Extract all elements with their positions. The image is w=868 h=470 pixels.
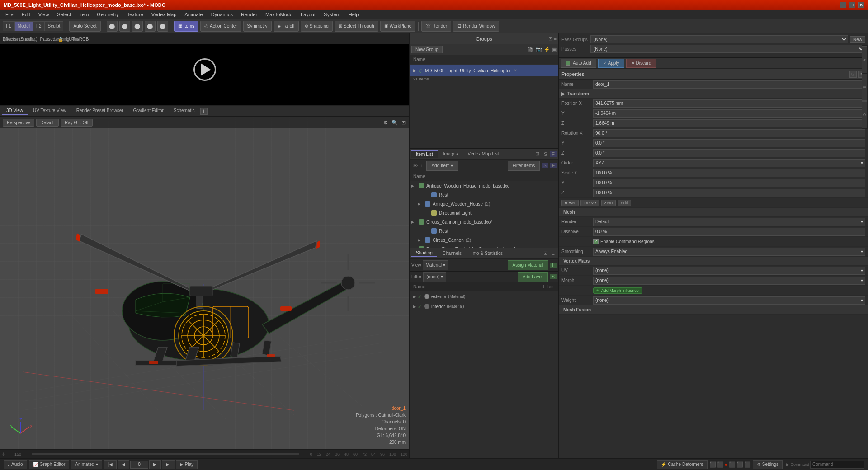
status-icon-3[interactable]: ⬛	[729, 461, 736, 468]
groups-icon-3[interactable]: ⚡	[544, 47, 550, 52]
workplane-button[interactable]: ▣ WorkPlane	[380, 21, 416, 32]
close-button[interactable]: ✕	[858, 2, 864, 8]
symmetry-button[interactable]: Symmetry	[243, 21, 272, 32]
right-tab-3[interactable]: C	[862, 101, 867, 128]
tab-info-statistics[interactable]: Info & Statistics	[467, 250, 507, 257]
graph-editor-button[interactable]: 📈 Graph Editor	[29, 460, 70, 469]
dissolve-input[interactable]	[595, 229, 863, 234]
auto-add-button[interactable]: Auto Add	[561, 59, 596, 68]
item-list-expand-icon[interactable]: ⊡	[533, 151, 541, 157]
menu-edit[interactable]: Edit	[18, 11, 34, 18]
pos-x-input[interactable]	[595, 101, 863, 106]
scale-z-value[interactable]	[593, 189, 865, 197]
groups-helicopter-item[interactable]: ▶ ⬡ MD_500E_Light_Utility_Civilian_Helic…	[410, 65, 558, 76]
tree-item-rest-1[interactable]: Rest	[410, 190, 558, 199]
position-y-value[interactable]	[593, 109, 865, 118]
uv-value[interactable]: (none) ▾	[593, 267, 865, 275]
sculpt-button[interactable]: Sculpt	[45, 21, 64, 31]
morph-value[interactable]: (none) ▾	[593, 277, 865, 285]
groups-settings-icon[interactable]: ≡	[554, 36, 557, 42]
tree-item-antique-wooden[interactable]: ▶ Antique_Wooden_House_modo_base.lxo	[410, 181, 558, 190]
position-x-value[interactable]	[593, 99, 865, 108]
snapping-button[interactable]: ⊕ Snapping	[301, 21, 333, 32]
tree-item-rest-2[interactable]: Rest	[410, 226, 558, 235]
go-end-button[interactable]: ▶|	[162, 460, 175, 469]
item-list-settings-icon[interactable]: S	[542, 151, 549, 157]
rotation-x-value[interactable]	[593, 129, 865, 137]
menu-select[interactable]: Select	[53, 11, 75, 18]
menu-animate[interactable]: Animate	[181, 11, 206, 18]
render-button[interactable]: 🎬 Render	[421, 21, 451, 32]
status-icon-1[interactable]: ⬛	[709, 461, 716, 468]
freeze-button[interactable]: Freeze	[580, 200, 599, 206]
auto-select-button[interactable]: Auto Select	[69, 21, 100, 32]
tab-gradient[interactable]: Gradient Editor	[129, 107, 168, 115]
item-list-f-icon[interactable]: F	[550, 151, 557, 157]
default-button[interactable]: Default	[36, 119, 59, 127]
mesh-fusion-section-header[interactable]: Mesh Fusion	[559, 306, 868, 315]
menu-item[interactable]: Item	[75, 11, 92, 18]
menu-help[interactable]: Help	[345, 11, 363, 18]
scale-y-value[interactable]	[593, 179, 865, 187]
add-tab-button[interactable]: +	[200, 108, 208, 115]
status-icon-2[interactable]: ⬛	[717, 461, 724, 468]
step-forward-button[interactable]: ▶	[149, 460, 161, 469]
prop-icon-expand[interactable]: ⊡	[849, 70, 857, 78]
tab-images[interactable]: Images	[439, 150, 462, 157]
maximize-button[interactable]: □	[849, 2, 855, 8]
3d-viewport[interactable]: Perspective Default Ray GL: Off ⚙ 🔍 ⊡	[0, 117, 409, 449]
close-scene-icon[interactable]: ✕	[514, 68, 517, 73]
add-layer-button[interactable]: Add Layer	[518, 272, 548, 282]
tab-channels[interactable]: Channels	[438, 250, 466, 257]
render-window-button[interactable]: 🖼 Render Window	[453, 21, 499, 32]
menu-file[interactable]: File	[2, 11, 17, 18]
vp-maximize-icon[interactable]: ⊡	[401, 120, 406, 126]
go-start-button[interactable]: |◀	[104, 460, 117, 469]
falloff-button[interactable]: ◈ Falloff	[274, 21, 299, 32]
assign-material-button[interactable]: Assign Material	[508, 260, 548, 270]
groups-icon-2[interactable]: 📷	[536, 47, 542, 52]
render-value[interactable]: Default ▾	[593, 218, 865, 226]
status-icon-4[interactable]: ⬛	[736, 461, 743, 468]
zero-button[interactable]: Zero	[601, 200, 616, 206]
order-value[interactable]: XYZ ▾	[593, 159, 865, 167]
settings-button[interactable]: ⚙ Settings	[753, 460, 783, 469]
scale-x-input[interactable]	[595, 170, 863, 175]
model-mode-button[interactable]: F1	[3, 21, 14, 31]
menu-render[interactable]: Render	[237, 11, 261, 18]
perspective-button[interactable]: Perspective	[3, 119, 34, 127]
tool-icon-5[interactable]: ⬤	[157, 21, 168, 32]
rot-z-input[interactable]	[595, 150, 863, 155]
apply-button[interactable]: ✓ Apply	[598, 59, 624, 68]
shading-settings-icon[interactable]: ≡	[550, 251, 557, 256]
pos-z-input[interactable]	[595, 121, 863, 126]
tree-item-dental-floss[interactable]: ▶ Dental_Floss_Toothpicks_Box_modo_base.…	[410, 244, 558, 248]
tree-item-antique-wooden-house[interactable]: ▶ Antique_Wooden_House (2)	[410, 199, 558, 208]
rot-y-input[interactable]	[595, 141, 863, 146]
step-back-button[interactable]: ◀	[118, 460, 129, 469]
groups-expand-icon[interactable]: ⊡	[548, 36, 552, 42]
menu-view[interactable]: View	[35, 11, 53, 18]
tab-uv-texture[interactable]: UV Texture View	[28, 107, 71, 115]
frame-input[interactable]	[130, 461, 148, 469]
action-center-button[interactable]: ◎ Action Center	[200, 21, 241, 32]
raygl-button[interactable]: Ray GL: Off	[61, 119, 93, 127]
menu-geometry[interactable]: Geometry	[93, 11, 122, 18]
pass-groups-select[interactable]: (None)	[590, 35, 848, 43]
tab-3d-view[interactable]: 3D View	[2, 107, 28, 115]
tree-item-circus-cannon[interactable]: ▶ Circus_Cannon_modo_base.lxo*	[410, 217, 558, 226]
new-pass-group-button[interactable]: New	[850, 36, 865, 43]
scale-x-value[interactable]	[593, 169, 865, 177]
tree-item-directional-light[interactable]: Directional Light	[410, 208, 558, 217]
vp-icon-1[interactable]: ⚙	[383, 120, 388, 126]
transform-section-header[interactable]: ▶ Transform	[559, 89, 868, 99]
scale-z-input[interactable]	[595, 190, 863, 195]
material-exterior[interactable]: ▶ ✓ exterior (Material)	[410, 291, 558, 301]
discard-button[interactable]: ✕ Discard	[626, 59, 656, 68]
new-group-button[interactable]: New Group	[411, 46, 443, 53]
status-icon-5[interactable]: ⬛	[744, 461, 751, 468]
add-item-button[interactable]: Add Item ▾	[426, 161, 458, 171]
add-transform-button[interactable]: Add	[618, 200, 631, 206]
shading-s-icon[interactable]: S	[550, 274, 557, 279]
mesh-section-header[interactable]: Mesh	[559, 208, 868, 217]
